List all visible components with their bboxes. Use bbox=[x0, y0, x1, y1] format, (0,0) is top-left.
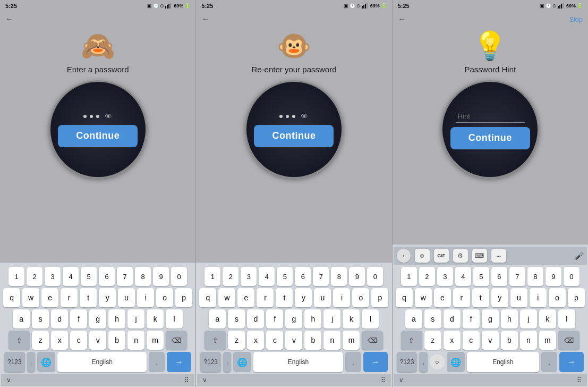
symbols-key[interactable]: ?123 bbox=[4, 352, 25, 372]
key-w[interactable]: w bbox=[218, 288, 235, 307]
key-a[interactable]: a bbox=[405, 309, 422, 329]
comma-key[interactable]: , bbox=[223, 352, 231, 372]
key-d[interactable]: d bbox=[51, 309, 68, 329]
bottom-bar-circle-key[interactable]: ○ bbox=[430, 355, 445, 369]
key-k[interactable]: k bbox=[343, 309, 360, 329]
key-i[interactable]: i bbox=[137, 288, 154, 307]
key-1[interactable]: 1 bbox=[8, 267, 24, 286]
key-a[interactable]: a bbox=[209, 309, 226, 329]
continue-button[interactable]: Continue bbox=[58, 125, 138, 147]
key-u[interactable]: u bbox=[314, 288, 331, 307]
key-x[interactable]: x bbox=[51, 331, 68, 350]
globe-key[interactable]: 🌐 bbox=[233, 352, 251, 372]
return-key[interactable]: → bbox=[363, 352, 388, 372]
key-l[interactable]: l bbox=[166, 309, 183, 329]
key-a[interactable]: a bbox=[13, 309, 30, 329]
key-r[interactable]: r bbox=[453, 288, 470, 307]
key-i[interactable]: i bbox=[530, 288, 547, 307]
hint-input[interactable] bbox=[456, 110, 525, 123]
key-b[interactable]: b bbox=[304, 331, 321, 350]
key-s[interactable]: s bbox=[424, 309, 441, 329]
key-4[interactable]: 4 bbox=[63, 267, 79, 286]
key-r[interactable]: r bbox=[257, 288, 274, 307]
key-h[interactable]: h bbox=[304, 309, 321, 329]
key-l[interactable]: l bbox=[362, 309, 379, 329]
key-j[interactable]: j bbox=[520, 309, 537, 329]
key-c[interactable]: c bbox=[463, 331, 480, 350]
key-8[interactable]: 8 bbox=[331, 267, 347, 286]
language-key[interactable]: English bbox=[57, 352, 147, 372]
key-n[interactable]: n bbox=[127, 331, 144, 350]
key-e[interactable]: e bbox=[237, 288, 254, 307]
continue-button[interactable]: Continue bbox=[450, 127, 530, 149]
key-z[interactable]: z bbox=[228, 331, 245, 350]
key-2[interactable]: 2 bbox=[419, 267, 435, 286]
key-n[interactable]: n bbox=[323, 331, 340, 350]
key-6[interactable]: 6 bbox=[99, 267, 115, 286]
key-m[interactable]: m bbox=[147, 331, 164, 350]
back-button[interactable]: ← bbox=[201, 14, 210, 24]
key-m[interactable]: m bbox=[343, 331, 360, 350]
key-3[interactable]: 3 bbox=[241, 267, 257, 286]
key-q[interactable]: q bbox=[199, 288, 216, 307]
key-f[interactable]: f bbox=[463, 309, 480, 329]
key-y[interactable]: y bbox=[295, 288, 312, 307]
key-0[interactable]: 0 bbox=[171, 267, 187, 286]
key-h[interactable]: h bbox=[501, 309, 518, 329]
return-key[interactable]: → bbox=[559, 352, 584, 372]
key-u[interactable]: u bbox=[118, 288, 135, 307]
key-d[interactable]: d bbox=[247, 309, 264, 329]
grid-icon[interactable]: ⠿ bbox=[577, 376, 582, 384]
key-5[interactable]: 5 bbox=[473, 267, 489, 286]
keyboard-down-icon[interactable]: ∨ bbox=[399, 376, 404, 384]
key-5[interactable]: 5 bbox=[81, 267, 97, 286]
key-w[interactable]: w bbox=[22, 288, 39, 307]
key-z[interactable]: z bbox=[424, 331, 441, 350]
language-key[interactable]: English bbox=[253, 352, 343, 372]
key-7[interactable]: 7 bbox=[509, 267, 525, 286]
key-r[interactable]: r bbox=[61, 288, 78, 307]
comma-key[interactable]: , bbox=[419, 352, 427, 372]
toolbar-more-button[interactable]: ••• bbox=[491, 249, 506, 263]
grid-icon[interactable]: ⠿ bbox=[381, 376, 386, 384]
key-2[interactable]: 2 bbox=[223, 267, 238, 286]
key-1[interactable]: 1 bbox=[401, 267, 417, 286]
key-e[interactable]: e bbox=[434, 288, 451, 307]
key-t[interactable]: t bbox=[80, 288, 97, 307]
key-l[interactable]: l bbox=[558, 309, 575, 329]
key-f[interactable]: f bbox=[266, 309, 283, 329]
shift-key[interactable]: ⇧ bbox=[204, 331, 226, 350]
backspace-key[interactable]: ⌫ bbox=[166, 331, 187, 350]
key-3[interactable]: 3 bbox=[437, 267, 453, 286]
key-t[interactable]: t bbox=[276, 288, 293, 307]
key-c[interactable]: c bbox=[70, 331, 87, 350]
key-q[interactable]: q bbox=[396, 288, 413, 307]
key-6[interactable]: 6 bbox=[295, 267, 311, 286]
key-v[interactable]: v bbox=[89, 331, 106, 350]
key-9[interactable]: 9 bbox=[349, 267, 365, 286]
key-7[interactable]: 7 bbox=[117, 267, 133, 286]
key-j[interactable]: j bbox=[323, 309, 340, 329]
keyboard-down-icon[interactable]: ∨ bbox=[202, 376, 207, 384]
back-button[interactable]: ← bbox=[5, 14, 14, 24]
backspace-key[interactable]: ⌫ bbox=[362, 331, 383, 350]
key-v[interactable]: v bbox=[482, 331, 499, 350]
back-button[interactable]: ← bbox=[398, 14, 406, 24]
key-s[interactable]: s bbox=[32, 309, 49, 329]
key-2[interactable]: 2 bbox=[27, 267, 42, 286]
key-j[interactable]: j bbox=[127, 309, 144, 329]
toolbar-sticker-button[interactable]: ☺ bbox=[415, 249, 430, 263]
key-y[interactable]: y bbox=[491, 288, 508, 307]
toolbar-gif-button[interactable]: GIF bbox=[434, 249, 449, 263]
key-g[interactable]: g bbox=[482, 309, 499, 329]
key-x[interactable]: x bbox=[444, 331, 461, 350]
key-6[interactable]: 6 bbox=[491, 267, 507, 286]
key-k[interactable]: k bbox=[147, 309, 164, 329]
key-b[interactable]: b bbox=[501, 331, 518, 350]
key-9[interactable]: 9 bbox=[546, 267, 561, 286]
key-o[interactable]: o bbox=[549, 288, 566, 307]
key-c[interactable]: c bbox=[266, 331, 283, 350]
key-y[interactable]: y bbox=[99, 288, 116, 307]
return-key[interactable]: → bbox=[167, 352, 191, 372]
keyboard-down-icon[interactable]: ∨ bbox=[6, 376, 11, 384]
